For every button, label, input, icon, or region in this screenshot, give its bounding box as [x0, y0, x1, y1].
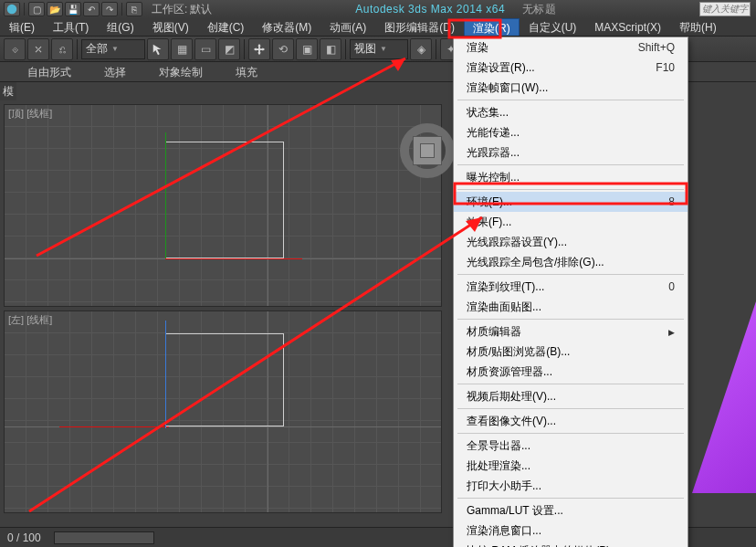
menu-item[interactable]: 光跟踪器...	[454, 142, 688, 163]
menu-item[interactable]: 光线跟踪全局包含/排除(G)...	[454, 252, 688, 272]
menu-item-shortcut: 8	[668, 195, 675, 208]
main-menu-bar: 辑(E)工具(T)组(G)视图(V)创建(C)修改器(M)动画(A)图形编辑器(…	[0, 18, 756, 37]
menu-item[interactable]: 图形编辑器(D)	[375, 18, 464, 36]
selection-filter-combo[interactable]: 全部▼	[81, 39, 145, 59]
menu-item[interactable]: 光线跟踪器设置(Y)...	[454, 232, 688, 252]
rotate-icon[interactable]: ⟲	[272, 38, 294, 60]
unlink-icon[interactable]: ⤫	[27, 38, 49, 60]
menu-item[interactable]: 工具(T)	[44, 18, 98, 36]
viewport-top[interactable]: [顶] [线框]	[4, 104, 442, 307]
menu-item-shortcut: Shift+Q	[638, 41, 675, 54]
menu-item[interactable]: 光能传递...	[454, 122, 688, 142]
menu-item[interactable]: 效果(F)...	[454, 212, 688, 232]
window-crossing-icon[interactable]: ◩	[218, 38, 240, 60]
object-bbox[interactable]	[165, 142, 284, 258]
app-menu-button[interactable]	[4, 2, 20, 16]
menu-item[interactable]: 创建(C)	[198, 18, 254, 36]
qat-separator	[121, 3, 122, 16]
menu-item-label: 视频后期处理(V)...	[467, 389, 556, 405]
menu-item[interactable]: 状态集...	[454, 102, 688, 122]
ribbon-tab[interactable]: 自由形式	[0, 62, 88, 82]
workspace-label: 工作区: 默认	[152, 2, 212, 17]
left-panel-tab[interactable]: 模	[0, 82, 16, 100]
render-menu-dropdown: 渲染Shift+Q渲染设置(R)...F10渲染帧窗口(W)...状态集...光…	[453, 37, 688, 547]
menu-item[interactable]: MAXScript(X)	[585, 18, 670, 36]
object-bbox[interactable]	[165, 333, 284, 426]
viewcube[interactable]	[400, 123, 455, 178]
open-icon[interactable]: 📂	[47, 2, 63, 16]
quick-access-toolbar: ▢ 📂 💾 ↶ ↷ ⎘	[0, 0, 146, 18]
menu-item-label: 渲染曲面贴图...	[467, 300, 541, 315]
bind-icon[interactable]: ⎌	[51, 38, 73, 60]
menu-item[interactable]: 渲染消息窗口...	[454, 521, 688, 541]
menu-item-label: 曝光控制...	[467, 170, 520, 185]
undo-icon[interactable]: ↶	[83, 2, 100, 16]
menu-item[interactable]: 批处理渲染...	[454, 456, 688, 476]
viewport-left[interactable]: [左] [线框]	[4, 310, 442, 513]
menu-item-label: 渲染帧窗口(W)...	[467, 80, 548, 96]
menu-item-shortcut: 0	[668, 280, 675, 293]
menu-item[interactable]: 渲染Shift+Q	[454, 37, 688, 58]
viewcube-home-icon[interactable]	[420, 143, 435, 158]
menu-separator	[457, 189, 684, 190]
menu-item[interactable]: 材质/贴图浏览器(B)...	[454, 342, 688, 362]
menu-item-label: 全景导出器...	[467, 438, 530, 454]
redo-icon[interactable]: ↷	[101, 2, 118, 16]
menu-item[interactable]: 渲染设置(R)...F10	[454, 58, 688, 78]
toolbar-separator	[77, 39, 78, 59]
menu-item[interactable]: 全景导出器...	[454, 436, 688, 456]
menu-item[interactable]: 动画(A)	[320, 18, 375, 36]
menu-item[interactable]: 自定义(U)	[520, 18, 586, 36]
menu-separator	[457, 274, 684, 275]
scale-icon[interactable]: ▣	[296, 38, 318, 60]
menu-item[interactable]: 辑(E)	[0, 18, 44, 36]
move-icon[interactable]	[248, 38, 270, 60]
menu-item[interactable]: 打印大小助手...	[454, 476, 688, 496]
svg-point-0	[7, 5, 17, 15]
menu-separator	[457, 319, 684, 320]
menu-item[interactable]: 渲染帧窗口(W)...	[454, 78, 688, 98]
select-icon[interactable]	[147, 38, 169, 60]
ribbon-tab[interactable]: 选择	[88, 62, 142, 82]
menu-item[interactable]: 视频后期处理(V)...	[454, 386, 688, 406]
menu-item[interactable]: 帮助(H)	[670, 18, 726, 36]
menu-item[interactable]: 材质编辑器	[454, 321, 688, 342]
menu-item-label: 环境(E)...	[467, 195, 512, 210]
menu-item[interactable]: 曝光控制...	[454, 167, 688, 187]
menu-separator	[457, 100, 684, 100]
menu-item-label: 比较 RAM 播放器中的媒体(P)...	[467, 543, 619, 548]
menu-item[interactable]: 视图(V)	[143, 18, 198, 36]
ribbon-tab[interactable]: 填充	[219, 62, 274, 82]
menu-item[interactable]: 比较 RAM 播放器中的媒体(P)...	[454, 541, 688, 547]
menu-item[interactable]: 渲染到纹理(T)...0	[454, 277, 688, 297]
menu-item-label: 打印大小助手...	[467, 479, 541, 494]
menu-item[interactable]: 查看图像文件(V)...	[454, 411, 688, 431]
time-slider[interactable]	[54, 531, 154, 544]
title-bar: ▢ 📂 💾 ↶ ↷ ⎘ 工作区: 默认 Autodesk 3ds Max 201…	[0, 0, 756, 18]
menu-item[interactable]: Gamma/LUT 设置...	[454, 500, 688, 521]
gizmo-x-axis	[165, 258, 302, 259]
menu-item[interactable]: 渲染曲面贴图...	[454, 297, 688, 317]
ref-coord-combo[interactable]: 视图▼	[350, 39, 408, 59]
menu-separator	[457, 408, 684, 409]
menu-item[interactable]: 材质资源管理器...	[454, 362, 688, 382]
link-icon[interactable]: ⎘	[126, 2, 142, 16]
keyword-search-input[interactable]: 键入关键字	[699, 2, 751, 16]
viewport-label[interactable]: [左] [线框]	[8, 313, 52, 327]
menu-separator	[457, 384, 684, 384]
menu-item[interactable]: 组(G)	[98, 18, 142, 36]
pivot-icon[interactable]: ◈	[410, 38, 432, 60]
ribbon-tab[interactable]: 对象绘制	[142, 62, 219, 82]
menu-item[interactable]: 渲染(R)	[464, 18, 520, 36]
save-icon[interactable]: 💾	[65, 2, 81, 16]
placement-icon[interactable]: ◧	[320, 38, 341, 60]
select-region-icon[interactable]: ▭	[194, 38, 216, 60]
select-link-icon[interactable]: ⟐	[4, 38, 26, 60]
menu-item[interactable]: 修改器(M)	[253, 18, 320, 36]
menu-item[interactable]: 环境(E)...8	[454, 192, 688, 212]
menu-item-label: 批处理渲染...	[467, 458, 530, 474]
select-name-icon[interactable]: ▦	[171, 38, 193, 60]
viewport-label[interactable]: [顶] [线框]	[8, 107, 52, 121]
new-icon[interactable]: ▢	[28, 2, 45, 16]
menu-item-label: 光跟踪器...	[467, 145, 520, 161]
